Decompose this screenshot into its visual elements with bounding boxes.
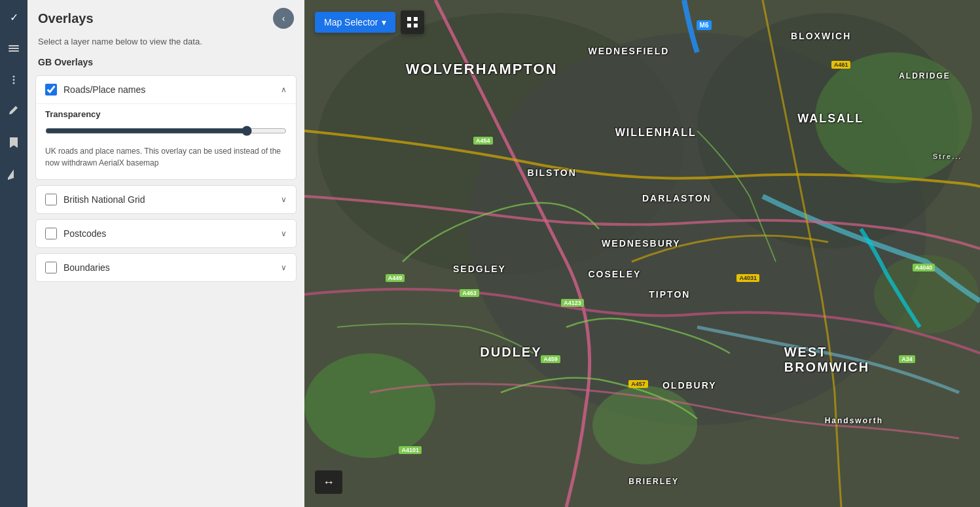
svg-rect-2 — [9, 50, 19, 52]
bookmark-nav-icon[interactable] — [2, 131, 26, 154]
sidebar: ✓ — [0, 0, 304, 507]
svg-point-14 — [874, 255, 979, 334]
svg-marker-6 — [8, 169, 14, 180]
map-background — [304, 0, 980, 507]
collapse-panel-button[interactable]: ‹ — [273, 8, 294, 29]
layer-checkbox-bng[interactable] — [45, 194, 57, 205]
layers-nav-icon[interactable] — [2, 37, 26, 60]
edit-nav-icon[interactable] — [2, 99, 26, 123]
overlays-panel: Overlays ‹ Select a layer name below to … — [27, 0, 304, 507]
panel-title: Overlays — [38, 11, 94, 26]
layer-card-bng-header[interactable]: British National Grid ∨ — [36, 186, 296, 213]
layer-label-roads: Roads/Place names — [64, 84, 281, 95]
panel-subtitle: Select a layer name below to view the da… — [27, 37, 304, 54]
layer-chevron-bng[interactable]: ∨ — [281, 195, 287, 204]
svg-point-3 — [13, 76, 15, 78]
layer-card-postcodes: Postcodes ∨ — [35, 219, 297, 248]
map-container[interactable]: WOLVERHAMPTON WEDNESFIELD WILLENHALL WAL… — [304, 0, 980, 507]
transparency-label: Transparency — [45, 109, 287, 119]
layer-description-roads: UK roads and place names. This overlay c… — [45, 145, 287, 169]
grid-view-button[interactable] — [401, 10, 424, 34]
layer-expanded-roads: Transparency UK roads and place names. T… — [36, 103, 296, 179]
check-nav-icon[interactable]: ✓ — [2, 5, 26, 29]
panel-header: Overlays ‹ — [27, 0, 304, 37]
signal-nav-icon[interactable] — [2, 162, 26, 186]
map-toolbar: Map Selector ▾ — [315, 10, 424, 34]
svg-point-5 — [13, 82, 15, 84]
icon-rail: ✓ — [0, 0, 27, 507]
layer-card-roads: Roads/Place names ∧ Transparency UK road… — [35, 75, 297, 180]
layer-chevron-postcodes[interactable]: ∨ — [281, 229, 287, 238]
layer-label-boundaries: Boundaries — [64, 262, 281, 273]
svg-rect-17 — [407, 24, 411, 27]
layer-card-roads-header[interactable]: Roads/Place names ∧ — [36, 76, 296, 103]
layer-chevron-boundaries[interactable]: ∨ — [281, 263, 287, 272]
svg-rect-15 — [407, 17, 411, 21]
expand-arrow-button[interactable]: ↔ — [315, 470, 342, 494]
layer-checkbox-boundaries[interactable] — [45, 262, 57, 273]
svg-rect-18 — [414, 24, 418, 27]
svg-rect-0 — [9, 45, 19, 46]
map-selector-label: Map Selector — [324, 17, 378, 27]
map-selector-button[interactable]: Map Selector ▾ — [315, 12, 395, 33]
svg-point-4 — [13, 79, 15, 81]
svg-rect-1 — [9, 48, 19, 49]
layer-card-postcodes-header[interactable]: Postcodes ∨ — [36, 220, 296, 247]
layer-chevron-roads[interactable]: ∧ — [281, 85, 287, 94]
layer-card-boundaries-header[interactable]: Boundaries ∨ — [36, 254, 296, 281]
gb-overlays-title: GB Overlays — [27, 54, 304, 73]
svg-point-13 — [815, 52, 972, 183]
layer-checkbox-roads[interactable] — [45, 84, 57, 96]
map-selector-dropdown-icon: ▾ — [382, 17, 386, 27]
layer-label-bng: British National Grid — [64, 194, 281, 205]
grid-icon — [407, 16, 418, 28]
layer-card-boundaries: Boundaries ∨ — [35, 253, 297, 282]
dots-nav-icon[interactable] — [2, 68, 26, 92]
svg-point-11 — [304, 353, 435, 458]
layer-checkbox-postcodes[interactable] — [45, 228, 57, 239]
layer-card-bng: British National Grid ∨ — [35, 185, 297, 214]
transparency-slider[interactable] — [45, 126, 287, 136]
svg-rect-16 — [414, 17, 418, 21]
layer-label-postcodes: Postcodes — [64, 228, 281, 239]
